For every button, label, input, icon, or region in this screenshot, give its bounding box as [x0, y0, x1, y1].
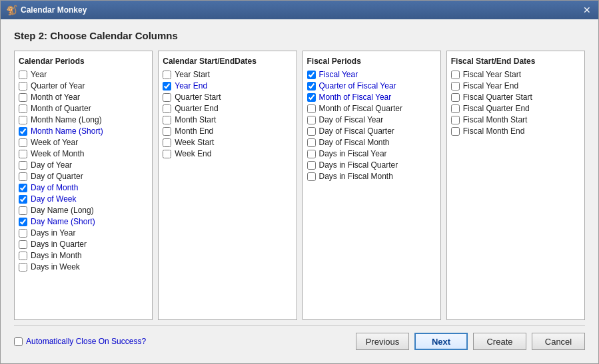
- checkbox-item[interactable]: Days in Month: [19, 251, 148, 260]
- checkbox-input[interactable]: [163, 71, 171, 79]
- footer: Automatically Close On Success? Previous…: [14, 325, 585, 353]
- checkbox-input[interactable]: [163, 150, 171, 158]
- checkbox-input[interactable]: [19, 161, 27, 170]
- checkbox-input[interactable]: [163, 116, 171, 124]
- previous-button[interactable]: Previous: [356, 333, 409, 350]
- checkbox-item[interactable]: Month of Year: [19, 92, 148, 102]
- checkbox-item[interactable]: Month of Fiscal Year: [307, 92, 436, 102]
- close-button[interactable]: ✕: [581, 4, 593, 16]
- checkbox-label: Day Name (Long): [31, 206, 94, 215]
- checkbox-input[interactable]: [19, 93, 27, 102]
- checkbox-input[interactable]: [163, 127, 171, 136]
- checkbox-input[interactable]: [307, 127, 316, 136]
- checkbox-item[interactable]: Fiscal Year: [307, 70, 436, 79]
- checkbox-item[interactable]: Days in Fiscal Month: [307, 172, 436, 181]
- checkbox-item[interactable]: Day of Month: [19, 183, 148, 192]
- auto-close-checkbox-label[interactable]: Automatically Close On Success?: [14, 337, 146, 346]
- footer-buttons: PreviousNextCreateCancel: [356, 333, 585, 350]
- checkbox-item[interactable]: Month End: [163, 126, 292, 136]
- checkbox-input[interactable]: [307, 82, 316, 91]
- checkbox-input[interactable]: [19, 252, 27, 260]
- column-group-calendar-start-end: Calendar Start/EndDatesYear StartYear En…: [158, 51, 297, 320]
- checkbox-input[interactable]: [307, 138, 316, 147]
- checkbox-item[interactable]: Day of Fiscal Month: [307, 138, 436, 147]
- checkbox-item[interactable]: Week End: [163, 149, 292, 158]
- checkbox-input[interactable]: [163, 104, 171, 113]
- checkbox-input[interactable]: [307, 104, 316, 113]
- checkbox-item[interactable]: Day of Fiscal Year: [307, 115, 436, 124]
- checkbox-item[interactable]: Month Name (Long): [19, 115, 148, 124]
- auto-close-checkbox[interactable]: [14, 337, 23, 346]
- checkbox-item[interactable]: Fiscal Month Start: [451, 115, 580, 124]
- checkbox-input[interactable]: [19, 229, 27, 238]
- checkbox-item[interactable]: Days in Quarter: [19, 240, 148, 249]
- checkbox-item[interactable]: Year Start: [163, 70, 292, 79]
- checkbox-input[interactable]: [307, 150, 316, 158]
- checkbox-item[interactable]: Days in Week: [19, 262, 148, 272]
- checkbox-item[interactable]: Quarter End: [163, 104, 292, 113]
- next-button[interactable]: Next: [414, 333, 468, 350]
- checkbox-input[interactable]: [19, 138, 27, 147]
- checkbox-input[interactable]: [163, 82, 171, 91]
- checkbox-input[interactable]: [19, 104, 27, 113]
- checkbox-input[interactable]: [307, 161, 316, 170]
- checkbox-input[interactable]: [163, 138, 171, 147]
- group-title-calendar-start-end: Calendar Start/EndDates: [163, 57, 292, 66]
- checkbox-item[interactable]: Fiscal Quarter Start: [451, 92, 580, 102]
- checkbox-item[interactable]: Quarter of Fiscal Year: [307, 81, 436, 91]
- checkbox-input[interactable]: [163, 93, 171, 102]
- checkbox-input[interactable]: [451, 116, 460, 124]
- checkbox-item[interactable]: Fiscal Month End: [451, 126, 580, 136]
- checkbox-item[interactable]: Day of Year: [19, 160, 148, 170]
- checkbox-input[interactable]: [19, 116, 27, 124]
- checkbox-item[interactable]: Quarter of Year: [19, 81, 148, 91]
- checkbox-item[interactable]: Week Start: [163, 138, 292, 147]
- checkbox-label: Days in Quarter: [31, 240, 87, 249]
- checkbox-input[interactable]: [451, 93, 460, 102]
- checkbox-item[interactable]: Day of Quarter: [19, 172, 148, 181]
- checkbox-item[interactable]: Month Name (Short): [19, 126, 148, 136]
- checkbox-input[interactable]: [451, 104, 460, 113]
- checkbox-input[interactable]: [19, 206, 27, 215]
- checkbox-label: Quarter of Fiscal Year: [319, 81, 396, 91]
- checkbox-item[interactable]: Month of Fiscal Quarter: [307, 104, 436, 113]
- checkbox-label: Day of Fiscal Quarter: [319, 126, 394, 136]
- checkbox-input[interactable]: [307, 71, 316, 79]
- checkbox-item[interactable]: Day Name (Short): [19, 217, 148, 226]
- checkbox-input[interactable]: [19, 195, 27, 204]
- checkbox-input[interactable]: [19, 184, 27, 192]
- checkbox-input[interactable]: [19, 127, 27, 136]
- checkbox-item[interactable]: Month Start: [163, 115, 292, 124]
- checkbox-input[interactable]: [451, 82, 460, 91]
- checkbox-item[interactable]: Month of Quarter: [19, 104, 148, 113]
- cancel-button[interactable]: Cancel: [532, 333, 585, 350]
- checkbox-item[interactable]: Days in Fiscal Quarter: [307, 160, 436, 170]
- checkbox-input[interactable]: [451, 127, 460, 136]
- checkbox-item[interactable]: Year End: [163, 81, 292, 91]
- create-button[interactable]: Create: [473, 333, 526, 350]
- checkbox-item[interactable]: Days in Year: [19, 228, 148, 238]
- checkbox-input[interactable]: [19, 263, 27, 272]
- checkbox-input[interactable]: [451, 71, 460, 79]
- checkbox-item[interactable]: Fiscal Year Start: [451, 70, 580, 79]
- checkbox-input[interactable]: [19, 82, 27, 91]
- checkbox-input[interactable]: [307, 116, 316, 124]
- checkbox-label: Quarter Start: [175, 92, 221, 102]
- checkbox-item[interactable]: Year: [19, 70, 148, 79]
- checkbox-input[interactable]: [19, 71, 27, 79]
- checkbox-input[interactable]: [307, 93, 316, 102]
- checkbox-item[interactable]: Day Name (Long): [19, 206, 148, 215]
- checkbox-item[interactable]: Days in Fiscal Year: [307, 149, 436, 158]
- checkbox-item[interactable]: Quarter Start: [163, 92, 292, 102]
- checkbox-input[interactable]: [19, 218, 27, 226]
- checkbox-item[interactable]: Week of Month: [19, 149, 148, 158]
- checkbox-item[interactable]: Fiscal Year End: [451, 81, 580, 91]
- checkbox-input[interactable]: [19, 172, 27, 181]
- checkbox-input[interactable]: [19, 240, 27, 249]
- checkbox-item[interactable]: Day of Week: [19, 194, 148, 204]
- checkbox-item[interactable]: Week of Year: [19, 138, 148, 147]
- checkbox-input[interactable]: [307, 172, 316, 181]
- checkbox-input[interactable]: [19, 150, 27, 158]
- checkbox-item[interactable]: Day of Fiscal Quarter: [307, 126, 436, 136]
- checkbox-item[interactable]: Fiscal Quarter End: [451, 104, 580, 113]
